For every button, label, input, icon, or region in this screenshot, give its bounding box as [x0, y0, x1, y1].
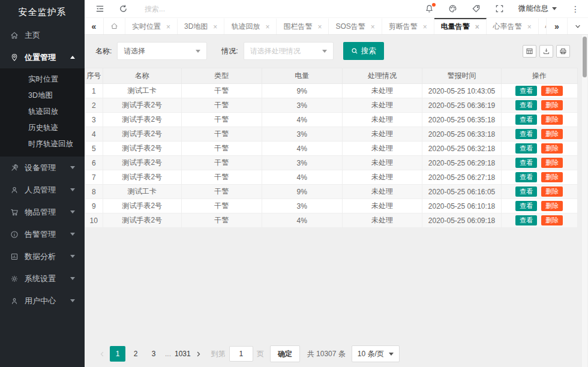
delete-button[interactable]: 删除	[541, 201, 563, 211]
table-row: 8测试工卡干警9%未处理2020-05-25 06:16:05查看删除	[85, 185, 578, 199]
search-button[interactable]: 搜索	[343, 42, 384, 60]
view-button[interactable]: 查看	[515, 115, 537, 125]
table-row: 5测试手表2号干警4%未处理2020-05-25 06:32:18查看删除	[85, 142, 578, 156]
sidebar-item-home[interactable]: 主页	[0, 24, 85, 46]
page-size-select[interactable]: 10 条/页	[352, 345, 400, 362]
cell-time: 2020-05-25 06:36:19	[422, 98, 501, 113]
tab[interactable]: 轨迹回放×	[224, 18, 277, 34]
tab[interactable]: SOS告警×	[329, 18, 382, 34]
status-filter-placeholder: 请选择处理情况	[250, 46, 301, 56]
close-icon[interactable]: ×	[213, 23, 217, 31]
collapse-menu-icon[interactable]	[95, 4, 104, 13]
close-icon[interactable]: ×	[423, 23, 427, 31]
confirm-button[interactable]: 确定	[270, 345, 300, 362]
delete-button[interactable]: 删除	[541, 143, 563, 154]
tab[interactable]: 电量告警×	[434, 18, 487, 34]
view-button[interactable]: 查看	[515, 158, 537, 168]
next-page-button[interactable]	[192, 346, 205, 362]
user-icon	[10, 297, 19, 305]
view-button[interactable]: 查看	[515, 172, 537, 182]
fullscreen-icon[interactable]	[495, 4, 504, 13]
sidebar-item-realtime-location[interactable]: 实时位置	[0, 71, 85, 88]
filter-columns-icon[interactable]	[523, 45, 536, 58]
export-icon[interactable]	[539, 45, 553, 58]
user-dropdown[interactable]: 微能信息	[518, 4, 557, 14]
table-row: 10测试手表2号干警4%未处理2020-05-25 06:09:18查看删除	[85, 213, 578, 228]
cell-no: 9	[85, 199, 103, 213]
sidebar-item-alarm-mgmt[interactable]: 告警管理	[0, 223, 85, 245]
page-number-button[interactable]: 1031	[175, 346, 191, 362]
view-button[interactable]: 查看	[515, 186, 537, 197]
sidebar-item-personnel-mgmt[interactable]: 人员管理	[0, 179, 85, 201]
tab[interactable]: 围栏告警×	[277, 18, 329, 34]
delete-button[interactable]: 删除	[541, 186, 563, 197]
tab[interactable]: 剪断告警×	[382, 18, 434, 34]
sidebar-item-timeseries-playback[interactable]: 时序轨迹回放	[0, 136, 85, 152]
jump-suffix-label: 页	[257, 349, 264, 359]
user-name: 微能信息	[518, 4, 548, 14]
delete-button[interactable]: 删除	[541, 172, 563, 182]
tab[interactable]: 实时位置×	[125, 18, 178, 34]
tabs-menu-button[interactable]	[567, 18, 588, 34]
status-filter-select[interactable]: 请选择处理情况	[244, 42, 334, 60]
table-row: 2测试手表2号干警3%未处理2020-05-25 06:36:19查看删除	[85, 98, 578, 113]
view-button[interactable]: 查看	[515, 129, 537, 139]
tab[interactable]: 心率图×	[539, 18, 546, 34]
delete-button[interactable]: 删除	[541, 86, 563, 96]
close-icon[interactable]: ×	[317, 23, 322, 31]
cell-no: 5	[85, 142, 103, 156]
tabs-scroll-right-button[interactable]: »	[546, 18, 567, 34]
sidebar-item-3d-map[interactable]: 3D地图	[0, 88, 85, 104]
view-button[interactable]: 查看	[515, 201, 537, 211]
delete-button[interactable]: 删除	[541, 158, 563, 168]
sidebar-item-system-settings[interactable]: 系统设置	[0, 267, 85, 290]
bell-icon[interactable]	[425, 4, 434, 13]
close-icon[interactable]: ×	[265, 23, 269, 31]
sidebar-item-goods-mgmt[interactable]: 物品管理	[0, 201, 85, 223]
view-button[interactable]: 查看	[515, 86, 537, 96]
jump-page-input[interactable]	[229, 346, 253, 362]
tab[interactable]: 心率告警×	[487, 18, 539, 34]
cell-name: 测试手表2号	[103, 213, 181, 228]
sidebar-item-location-mgmt[interactable]: 位置管理	[0, 46, 85, 68]
sidebar-item-track-playback[interactable]: 轨迹回放	[0, 104, 85, 120]
delete-button[interactable]: 删除	[541, 129, 563, 139]
close-icon[interactable]: ×	[166, 23, 170, 31]
search-input[interactable]	[145, 5, 235, 13]
page-size-value: 10 条/页	[358, 349, 384, 359]
refresh-icon[interactable]	[119, 4, 128, 13]
cell-status: 未处理	[342, 113, 422, 127]
print-icon[interactable]	[556, 45, 570, 58]
delete-button[interactable]: 删除	[541, 215, 563, 225]
theme-icon[interactable]	[448, 4, 457, 13]
vertical-scrollbar[interactable]	[582, 35, 587, 367]
view-button[interactable]: 查看	[515, 100, 537, 110]
more-icon[interactable]: ⋮	[571, 4, 580, 14]
close-icon[interactable]: ×	[475, 23, 479, 31]
delete-button[interactable]: 删除	[541, 100, 563, 110]
cell-no: 2	[85, 98, 103, 113]
cell-name: 测试手表2号	[103, 156, 181, 170]
sidebar-item-data-analysis[interactable]: 数据分析	[0, 245, 85, 267]
home-tab[interactable]	[104, 18, 125, 34]
page-number-button[interactable]: 2	[128, 346, 143, 362]
page-number-button[interactable]: 1	[110, 346, 125, 362]
total-count-label: 共 10307 条	[307, 349, 346, 359]
name-filter-select[interactable]: 请选择	[117, 42, 207, 60]
delete-button[interactable]: 删除	[541, 115, 563, 125]
tab[interactable]: 3D地图×	[178, 18, 224, 34]
page-number-button[interactable]: 3	[146, 346, 161, 362]
tabs-scroll-left-button[interactable]: «	[85, 18, 104, 34]
cart-icon	[10, 208, 19, 216]
sidebar-item-user-center[interactable]: 用户中心	[0, 290, 85, 312]
sidebar-item-device-mgmt[interactable]: 设备管理	[0, 157, 85, 179]
sidebar-item-history-track[interactable]: 历史轨迹	[0, 120, 85, 136]
prev-page-button[interactable]	[95, 346, 109, 362]
view-button[interactable]: 查看	[515, 215, 537, 225]
scrollbar-thumb[interactable]	[583, 37, 587, 77]
close-icon[interactable]: ×	[371, 23, 375, 31]
view-button[interactable]: 查看	[515, 143, 537, 154]
cell-time: 2020-05-25 06:33:18	[422, 127, 501, 142]
close-icon[interactable]: ×	[527, 23, 532, 31]
tag-icon[interactable]	[472, 4, 481, 13]
